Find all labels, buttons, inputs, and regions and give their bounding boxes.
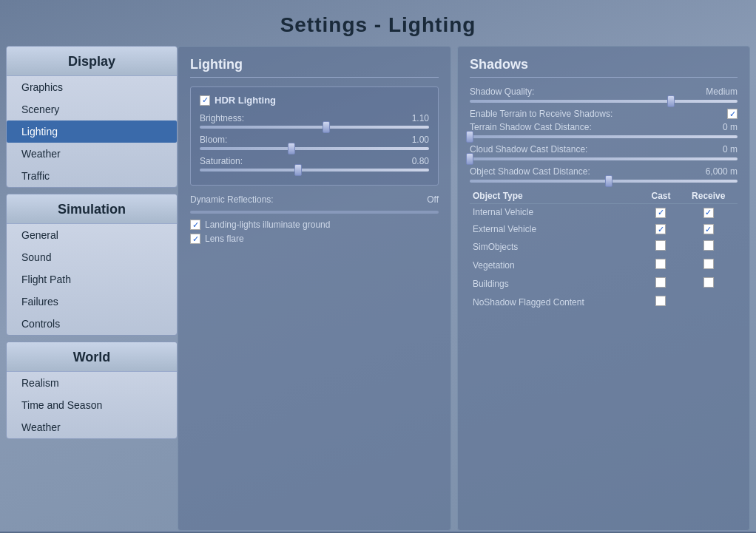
table-row: Internal Vehicle: [470, 204, 738, 221]
saturation-label: Saturation:: [200, 156, 243, 166]
sidebar-item-weather2[interactable]: Weather: [7, 416, 177, 438]
shadow-quality-value: Medium: [706, 86, 738, 97]
lens-flare-checkbox[interactable]: [190, 234, 200, 244]
sidebar: Display Graphics Scenery Lighting Weathe…: [6, 46, 178, 531]
hdr-box: HDR Lighting Brightness: 1.10 Bloom:: [190, 86, 439, 186]
object-type-header: Object Type: [470, 189, 642, 204]
object-cast-label: Object Shadow Cast Distance:: [470, 166, 590, 177]
receive-external-vehicle[interactable]: [680, 221, 738, 238]
cast-header: Cast: [642, 189, 679, 204]
landing-lights-row: Landing-lights illuminate ground: [190, 220, 439, 230]
enable-terrain-checkbox[interactable]: [727, 109, 738, 119]
sidebar-item-sound[interactable]: Sound: [7, 246, 177, 268]
hdr-checkbox[interactable]: [200, 95, 210, 106]
sidebar-section-world: World Realism Time and Season Weather: [6, 342, 178, 439]
dynamic-reflections-slider[interactable]: [190, 211, 439, 214]
sidebar-item-graphics[interactable]: Graphics: [7, 76, 177, 98]
object-name-noshadow: NoShadow Flagged Content: [470, 293, 642, 311]
brightness-slider[interactable]: [200, 126, 429, 129]
saturation-row: Saturation: 0.80: [200, 156, 429, 172]
terrain-cast-value: 0 m: [723, 122, 738, 132]
terrain-cast-label: Terrain Shadow Cast Distance:: [470, 122, 592, 132]
saturation-value: 0.80: [412, 156, 429, 166]
bloom-slider[interactable]: [200, 147, 429, 150]
shadow-quality-row: Shadow Quality: Medium: [470, 86, 738, 97]
sidebar-item-controls[interactable]: Controls: [7, 313, 177, 335]
sidebar-item-flightpath[interactable]: Flight Path: [7, 268, 177, 291]
cloud-cast-slider[interactable]: [470, 157, 738, 160]
cloud-cast-row: Cloud Shadow Cast Distance: 0 m: [470, 144, 738, 155]
content-area: Lighting HDR Lighting Brightness: 1.10: [178, 46, 750, 531]
bloom-value: 1.00: [412, 135, 429, 145]
cloud-cast-label: Cloud Shadow Cast Distance:: [470, 144, 587, 155]
cast-vegetation[interactable]: [642, 256, 679, 274]
sidebar-item-failures[interactable]: Failures: [7, 291, 177, 313]
table-row: SimObjects: [470, 237, 738, 256]
hdr-label: HDR Lighting: [215, 95, 276, 106]
sidebar-item-lighting[interactable]: Lighting: [7, 120, 177, 143]
cast-simobjects[interactable]: [642, 237, 679, 256]
lighting-panel-title: Lighting: [190, 57, 439, 78]
object-cast-slider[interactable]: [470, 180, 738, 183]
sidebar-section-display: Display Graphics Scenery Lighting Weathe…: [6, 46, 178, 188]
sidebar-section-simulation: Simulation General Sound Flight Path Fai…: [6, 194, 178, 336]
object-name-vegetation: Vegetation: [470, 256, 642, 274]
table-row: External Vehicle: [470, 221, 738, 238]
landing-lights-label: Landing-lights illuminate ground: [205, 220, 330, 230]
landing-lights-checkbox[interactable]: [190, 220, 200, 230]
dynamic-reflections-value: Off: [427, 194, 439, 205]
shadows-panel-title: Shadows: [470, 57, 738, 78]
sidebar-item-general[interactable]: General: [7, 224, 177, 246]
brightness-row: Brightness: 1.10: [200, 113, 429, 129]
cast-external-vehicle[interactable]: [642, 221, 679, 238]
object-name-internal-vehicle: Internal Vehicle: [470, 204, 642, 221]
hdr-header: HDR Lighting: [200, 95, 429, 106]
saturation-slider[interactable]: [200, 169, 429, 172]
sidebar-item-timeseason[interactable]: Time and Season: [7, 394, 177, 416]
sidebar-header-simulation: Simulation: [7, 194, 177, 224]
lens-flare-row: Lens flare: [190, 234, 439, 244]
receive-noshadow: [680, 293, 738, 311]
object-name-simobjects: SimObjects: [470, 237, 642, 256]
shadow-quality-label: Shadow Quality:: [470, 86, 534, 97]
bloom-row: Bloom: 1.00: [200, 135, 429, 150]
sidebar-item-weather[interactable]: Weather: [7, 143, 177, 165]
lighting-panel: Lighting HDR Lighting Brightness: 1.10: [178, 46, 451, 531]
sidebar-header-world: World: [7, 342, 177, 372]
cast-buildings[interactable]: [642, 274, 679, 293]
terrain-cast-row: Terrain Shadow Cast Distance: 0 m: [470, 122, 738, 132]
receive-simobjects[interactable]: [680, 237, 738, 256]
sidebar-item-realism[interactable]: Realism: [7, 372, 177, 394]
receive-internal-vehicle[interactable]: [680, 204, 738, 221]
object-cast-row: Object Shadow Cast Distance: 6,000 m: [470, 166, 738, 177]
object-name-external-vehicle: External Vehicle: [470, 221, 642, 238]
receive-vegetation[interactable]: [680, 256, 738, 274]
cast-internal-vehicle[interactable]: [642, 204, 679, 221]
table-row: Buildings: [470, 274, 738, 293]
lens-flare-label: Lens flare: [205, 234, 244, 244]
page-title: Settings - Lighting: [0, 0, 756, 46]
enable-terrain-row: Enable Terrain to Receive Shadows:: [470, 109, 738, 119]
object-cast-value: 6,000 m: [706, 166, 738, 177]
dynamic-reflections-row: Dynamic Reflections: Off: [190, 194, 439, 205]
receive-buildings[interactable]: [680, 274, 738, 293]
cloud-cast-value: 0 m: [723, 144, 738, 155]
enable-terrain-label: Enable Terrain to Receive Shadows:: [470, 109, 612, 119]
object-type-table: Object Type Cast Receive Internal Vehicl…: [470, 189, 738, 311]
receive-header: Receive: [680, 189, 738, 204]
terrain-cast-slider[interactable]: [470, 135, 738, 138]
cast-noshadow[interactable]: [642, 293, 679, 311]
bloom-label: Bloom:: [200, 135, 227, 145]
object-name-buildings: Buildings: [470, 274, 642, 293]
sidebar-item-traffic[interactable]: Traffic: [7, 165, 177, 187]
dynamic-reflections-label: Dynamic Reflections:: [190, 194, 274, 205]
brightness-value: 1.10: [412, 113, 429, 123]
sidebar-header-display: Display: [7, 47, 177, 76]
shadows-panel: Shadows Shadow Quality: Medium Enable Te…: [457, 46, 750, 531]
brightness-label: Brightness:: [200, 113, 244, 123]
shadow-quality-slider[interactable]: [470, 100, 738, 103]
table-row: Vegetation: [470, 256, 738, 274]
table-row: NoShadow Flagged Content: [470, 293, 738, 311]
sidebar-item-scenery[interactable]: Scenery: [7, 98, 177, 120]
